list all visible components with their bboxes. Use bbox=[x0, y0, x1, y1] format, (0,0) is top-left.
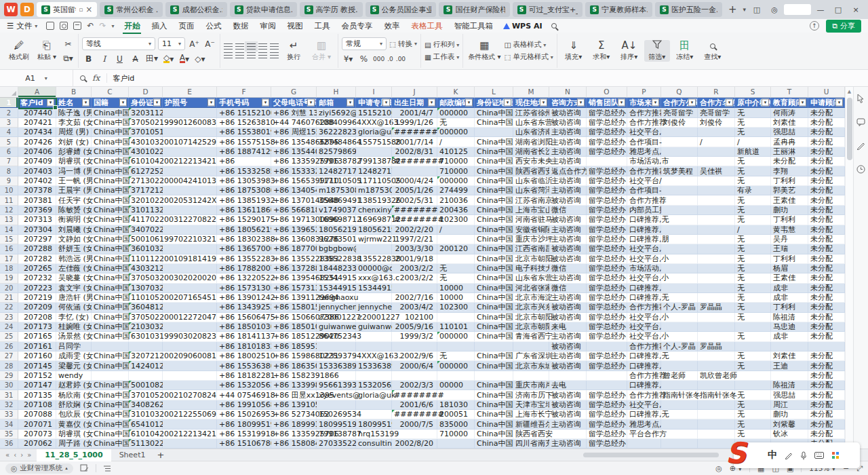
cell-C34[interactable]: China中国 bbox=[92, 419, 129, 429]
cell-A20[interactable]: 207223 bbox=[18, 284, 56, 293]
col-header-G[interactable]: G bbox=[271, 87, 317, 98]
cell-O29[interactable] bbox=[587, 371, 627, 381]
cell-C6[interactable]: China中国 bbox=[92, 147, 129, 157]
align-right-icon[interactable] bbox=[247, 52, 256, 58]
cell-L7[interactable]: China中国 bbox=[475, 157, 513, 166]
row-header-29[interactable]: 29 bbox=[0, 371, 18, 381]
cell-D24[interactable]: 210303200509160922 bbox=[129, 322, 163, 332]
cell-R32[interactable] bbox=[698, 400, 735, 410]
cell-G7[interactable]: +86 1335925706 bbox=[271, 157, 317, 166]
menu-item-会员专享[interactable]: 会员专享 bbox=[340, 20, 374, 32]
cell-C7[interactable]: China中国 bbox=[92, 157, 129, 166]
cell-R33[interactable] bbox=[698, 410, 735, 419]
cell-T21[interactable]: 成非 bbox=[771, 293, 808, 303]
cell-E18[interactable] bbox=[163, 264, 217, 273]
header-cell-O1[interactable]: 销售团队▾ bbox=[587, 98, 627, 108]
cell-I22[interactable]: jennychen bbox=[356, 303, 392, 312]
col-header-J[interactable]: J bbox=[392, 87, 437, 98]
cell-C29[interactable] bbox=[92, 371, 129, 381]
cell-E36[interactable] bbox=[163, 439, 217, 449]
borders-icon[interactable]: 田▾ bbox=[144, 53, 159, 64]
cell-A8[interactable]: 207403 bbox=[18, 166, 56, 176]
cell-S22[interactable]: 无 bbox=[735, 303, 771, 312]
cell-R15[interactable] bbox=[698, 235, 735, 244]
cell-B15[interactable]: 文静如 (女 bbox=[56, 235, 92, 244]
cell-U28[interactable]: 未分配 bbox=[808, 361, 845, 370]
copy-icon[interactable]: ⧉▾ bbox=[62, 52, 75, 64]
cell-Q24[interactable] bbox=[661, 322, 698, 332]
cell-H21[interactable]: tanghaoxu bbox=[317, 293, 356, 303]
cell-I30[interactable]: 153205635 bbox=[356, 381, 392, 390]
cell-H20[interactable]: 153449155 bbox=[317, 284, 356, 293]
cell-T22[interactable]: 丁利利 bbox=[771, 303, 808, 312]
cell-K3[interactable]: 无 bbox=[437, 118, 475, 128]
cell-R7[interactable] bbox=[698, 157, 735, 166]
cell-O16[interactable]: 留学总经办 bbox=[587, 244, 627, 254]
cell-M28[interactable]: 北京市东城 bbox=[513, 361, 549, 370]
cell-G34[interactable]: +86 1899937166 bbox=[271, 419, 317, 429]
cell-B35[interactable]: 胡睿琪 (女 bbox=[56, 430, 92, 439]
cell-Q36[interactable] bbox=[661, 439, 698, 449]
strikethrough-button[interactable]: A bbox=[129, 53, 142, 64]
cell-T27[interactable]: 刘素佳 bbox=[771, 352, 808, 361]
underline-button[interactable]: U bbox=[113, 53, 126, 64]
row-header-30[interactable]: 30 bbox=[0, 381, 18, 390]
cut-icon[interactable]: ✂ bbox=[62, 38, 75, 50]
cell-L23[interactable]: China中国 bbox=[475, 313, 513, 322]
cell-E24[interactable] bbox=[163, 322, 217, 332]
cell-G36[interactable]: +86 1580841090 bbox=[271, 439, 317, 449]
clear-format-icon[interactable]: ◇▾ bbox=[193, 53, 206, 64]
row-header-32[interactable]: 32 bbox=[0, 400, 18, 410]
cell-U16[interactable]: 未分配 bbox=[808, 244, 845, 254]
cell-B26[interactable]: 吕同学 bbox=[56, 342, 92, 352]
cell-E11[interactable] bbox=[163, 195, 217, 205]
cell-D10[interactable]: 371721200501264452 bbox=[129, 186, 163, 195]
tab-list-chevron-icon[interactable]: ▾ bbox=[743, 6, 746, 13]
fx-icon[interactable]: fx bbox=[92, 73, 100, 83]
cell-M22[interactable]: 北京市兴东 bbox=[513, 303, 549, 312]
row-header-10[interactable]: 10 bbox=[0, 186, 18, 195]
cell-D34[interactable]: 654101200007050581 bbox=[129, 419, 163, 429]
cell-R29[interactable]: 凯欣曾老师 bbox=[698, 371, 735, 381]
cell-J13[interactable]: ######## bbox=[392, 215, 437, 225]
cell-L36[interactable]: China中国 bbox=[475, 439, 513, 449]
print-icon[interactable] bbox=[73, 22, 81, 30]
cell-C9[interactable]: China中国 bbox=[92, 176, 129, 186]
cell-P22[interactable]: 合作方推荐 bbox=[627, 303, 661, 312]
cell-H29[interactable] bbox=[317, 371, 356, 381]
cell-E13[interactable] bbox=[163, 215, 217, 225]
cell-I25[interactable] bbox=[356, 332, 392, 341]
row-header-33[interactable]: 33 bbox=[0, 410, 18, 419]
cell-K10[interactable]: 274499 bbox=[437, 186, 475, 195]
cell-I3[interactable] bbox=[356, 118, 392, 128]
cell-Q22[interactable]: 个人-罗晶 bbox=[661, 303, 698, 312]
menu-item-数据[interactable]: 数据 bbox=[231, 20, 250, 32]
cell-H33[interactable]: 150269534 bbox=[317, 410, 356, 419]
cell-J10[interactable]: 2005/1/26 bbox=[392, 186, 437, 195]
cell-U9[interactable]: 未分配 bbox=[808, 176, 845, 186]
font-color-icon[interactable]: A▾ bbox=[178, 53, 191, 64]
cell-L19[interactable]: China中国 bbox=[475, 273, 513, 283]
cell-C3[interactable]: China中国 bbox=[92, 118, 129, 128]
cell-E21[interactable] bbox=[163, 293, 217, 303]
cell-T28[interactable]: 王迪 bbox=[771, 361, 808, 370]
cell-L28[interactable]: China中国 bbox=[475, 361, 513, 370]
cell-A18[interactable]: 207265 bbox=[18, 264, 56, 273]
justify-icon[interactable] bbox=[258, 52, 267, 58]
worksheet-button[interactable]: ▦ 工作表 ▾ bbox=[425, 52, 459, 62]
filter-dropdown-icon[interactable]: ▾ bbox=[307, 99, 315, 107]
cell-Q10[interactable] bbox=[661, 186, 698, 195]
cell-L31[interactable]: China中国 bbox=[475, 390, 513, 400]
row-header-5[interactable]: 5 bbox=[0, 137, 18, 147]
menu-item-智能工具箱[interactable]: 智能工具箱 bbox=[452, 20, 494, 32]
cell-F7[interactable]: +86 bbox=[217, 157, 271, 166]
cell-R21[interactable] bbox=[698, 293, 735, 303]
header-cell-U1[interactable]: 申请顾问▾ bbox=[808, 98, 845, 108]
cell-K30[interactable]: 00000 bbox=[437, 381, 475, 390]
cell-K16[interactable]: 200120 bbox=[437, 244, 475, 254]
cell-H17[interactable]: 135522838 bbox=[317, 254, 356, 264]
cell-H16[interactable]: bgbgbow@ bbox=[317, 244, 356, 254]
cell-M5[interactable]: 湖南省浏阳 bbox=[513, 137, 549, 147]
cell-K27[interactable]: 无 bbox=[437, 352, 475, 361]
cell-H11[interactable]: 358869491 bbox=[317, 195, 356, 205]
